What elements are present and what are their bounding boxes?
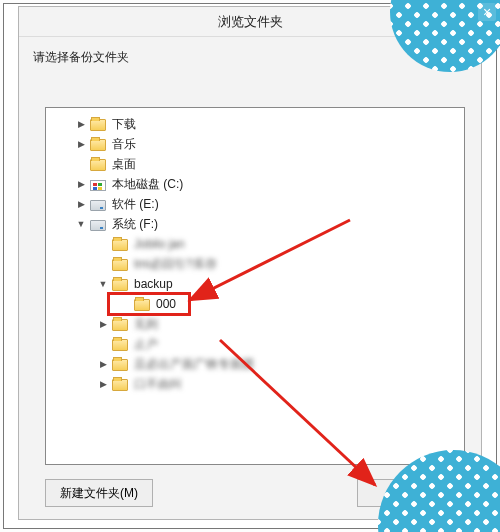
tree-item-label: tmi必回引?库存: [132, 254, 217, 274]
folder-icon: [90, 139, 106, 151]
tree-twist-empty: [96, 337, 110, 351]
folder-icon: [112, 279, 128, 291]
close-icon[interactable]: ×: [478, 3, 496, 21]
folder-icon: [112, 239, 128, 251]
folder-icon: [112, 359, 128, 371]
tree-item[interactable]: 000: [46, 294, 464, 314]
tree-twist-empty: [74, 157, 88, 171]
tree-twist-empty: [96, 257, 110, 271]
tree-item-label: 桌面: [110, 154, 136, 174]
tree-item[interactable]: 桌面: [46, 154, 464, 174]
tree-item[interactable]: ▶本地磁盘 (C:): [46, 174, 464, 194]
chevron-right-icon[interactable]: ▶: [96, 317, 110, 331]
folder-icon: [112, 379, 128, 391]
tree-item-label: 000: [154, 294, 176, 314]
chevron-down-icon[interactable]: ▼: [96, 277, 110, 291]
tree-item-label: 本地磁盘 (C:): [110, 174, 183, 194]
tree-item[interactable]: Jobilo jan: [46, 234, 464, 254]
tree-item-label: Jobilo jan: [132, 234, 185, 254]
folder-icon: [112, 339, 128, 351]
drive-icon: [90, 200, 106, 211]
folder-browse-dialog: 浏览文件夹 请选择备份文件夹 ▶下载▶音乐桌面▶本地磁盘 (C:)▶软件 (E:…: [18, 6, 482, 520]
tree-item[interactable]: tmi必回引?库存: [46, 254, 464, 274]
windows-drive-icon: [90, 180, 106, 191]
tree-item-label: 下载: [110, 114, 136, 134]
tree-item-label: backup: [132, 274, 173, 294]
tree-twist-empty: [96, 237, 110, 251]
tree-item[interactable]: ▼backup: [46, 274, 464, 294]
tree-item[interactable]: ▶见则: [46, 314, 464, 334]
tree-item-label: 软件 (E:): [110, 194, 159, 214]
tree-item[interactable]: ▶且必出产面广铁专面团: [46, 354, 464, 374]
chevron-right-icon[interactable]: ▶: [74, 177, 88, 191]
folder-tree[interactable]: ▶下载▶音乐桌面▶本地磁盘 (C:)▶软件 (E:)▼系统 (F:)Jobilo…: [45, 107, 465, 465]
tree-item[interactable]: ▶音乐: [46, 134, 464, 154]
tree-item-label: 系统 (F:): [110, 214, 158, 234]
chevron-right-icon[interactable]: ▶: [74, 137, 88, 151]
chevron-right-icon[interactable]: ▶: [74, 117, 88, 131]
new-folder-button[interactable]: 新建文件夹(M): [45, 479, 153, 507]
drive-icon: [90, 220, 106, 231]
tree-item[interactable]: 止户: [46, 334, 464, 354]
folder-icon: [90, 119, 106, 131]
tree-item[interactable]: ▼系统 (F:): [46, 214, 464, 234]
tree-item[interactable]: ▶软件 (E:): [46, 194, 464, 214]
chevron-right-icon[interactable]: ▶: [74, 197, 88, 211]
chevron-down-icon[interactable]: ▼: [74, 217, 88, 231]
tree-item-label: 音乐: [110, 134, 136, 154]
folder-icon: [112, 259, 128, 271]
chevron-right-icon[interactable]: ▶: [96, 377, 110, 391]
tree-twist-empty: [118, 297, 132, 311]
folder-icon: [112, 319, 128, 331]
tree-item[interactable]: ▶口不由叫: [46, 374, 464, 394]
tree-item-label: 止户: [132, 334, 158, 354]
tree-item[interactable]: ▶下载: [46, 114, 464, 134]
folder-icon: [134, 299, 150, 311]
tree-item-label: 见则: [132, 314, 158, 334]
chevron-right-icon[interactable]: ▶: [96, 357, 110, 371]
folder-icon: [90, 159, 106, 171]
tree-item-label: 且必出产面广铁专面团: [132, 354, 254, 374]
tree-item-label: 口不由叫: [132, 374, 182, 394]
